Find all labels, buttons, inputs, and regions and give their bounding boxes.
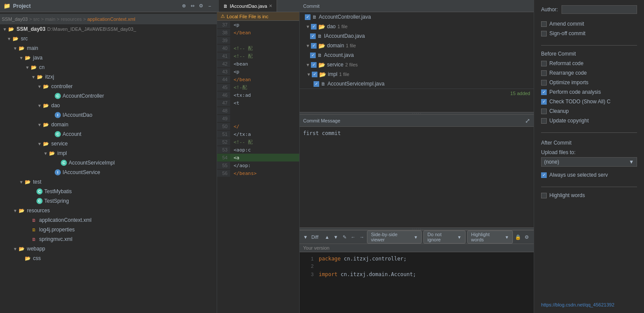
tree-arrow: ▼ (6, 36, 12, 41)
collapse-icon[interactable]: ⇔ (189, 3, 196, 10)
cleanup-row[interactable]: Cleanup (541, 108, 637, 114)
tree-item-log4j[interactable]: ▶ 🗎 log4j.properties (0, 225, 217, 234)
viewer-dropdown[interactable]: Side-by-side viewer ▼ (367, 231, 422, 244)
local-file-icon: ⚠ (221, 13, 225, 19)
tree-item-controller[interactable]: ▼ 📂 controller (0, 82, 217, 91)
tree-item-java[interactable]: ▼ 📂 java (0, 53, 217, 63)
tree-item-resources[interactable]: ▼ 📂 resources (0, 206, 217, 215)
highlight-words-checkbox[interactable] (541, 193, 547, 198)
tree-label-itzxj: itzxj (45, 74, 54, 80)
tree-item-testspring[interactable]: ▶ C TestSpring (0, 196, 217, 206)
signoff-commit-row[interactable]: Sign-off commit (541, 30, 637, 36)
tree-item-css[interactable]: ▶ 📂 css (0, 254, 217, 263)
amend-commit-row[interactable]: Amend commit (541, 21, 637, 27)
rearrange-checkbox[interactable] (541, 70, 547, 76)
tree-item-src[interactable]: ▼ 📂 src (0, 34, 217, 43)
editor-tab-iaccountdao[interactable]: 🗎 IAccountDao.java ✕ (219, 0, 277, 12)
code-content: <p (230, 22, 243, 28)
tree-item-accountserviceimpl[interactable]: ▶ C AccountServiceImpl (0, 158, 217, 168)
rearrange-row[interactable]: Rearrange code (541, 70, 637, 76)
alwaysuse-row[interactable]: ✓ Always use selected serv (541, 172, 637, 178)
tree-item-applicationcontext[interactable]: ▶ 🗎 applicationContext.xml (0, 215, 217, 225)
lock-icon[interactable]: 🔒 (515, 234, 522, 241)
file-checkbox-account[interactable]: ✓ (310, 53, 316, 58)
tree-item-testmybatis[interactable]: ▶ C TestMybatis (0, 187, 217, 196)
diff-next-btn[interactable]: → (358, 234, 365, 241)
tree-item-service[interactable]: ▼ 📂 service (0, 139, 217, 148)
cleanup-checkbox[interactable] (541, 109, 547, 114)
alwaysuse-checkbox[interactable]: ✓ (541, 172, 547, 178)
ignore-arrow: ▼ (457, 235, 462, 240)
blog-link[interactable]: https://blog.csdn.net/qq_45621392 (541, 302, 614, 307)
updatecopyright-checkbox[interactable] (541, 118, 547, 124)
tree-item-springmvc[interactable]: ▶ 🗎 springmvc.xml (0, 234, 217, 244)
codeanalysis-row[interactable]: ✓ Perform code analysis (541, 89, 637, 95)
upload-dropdown[interactable]: (none) ▼ (541, 157, 637, 167)
expand-icon[interactable]: ⤢ (525, 117, 530, 124)
diff-settings-icon[interactable]: ⚙ (523, 234, 530, 241)
tree-item-account[interactable]: ▶ C Account (0, 129, 217, 139)
code-content: </ (230, 124, 243, 129)
tab-close-btn[interactable]: ✕ (269, 3, 272, 8)
diff-collapse-arrow[interactable]: ▼ (303, 234, 308, 240)
diff-up-btn[interactable]: ▲ (324, 234, 330, 241)
commit-file-service[interactable]: ▼ ✓ 📂 service 2 files (300, 60, 534, 69)
signoff-commit-checkbox[interactable] (541, 31, 547, 36)
file-checkbox-iaccountdao[interactable]: ✓ (310, 33, 316, 39)
tree-label-testmybatis: TestMybatis (44, 188, 72, 194)
line-num: 51 (217, 131, 230, 138)
commit-file-domain[interactable]: ▼ ✓ 📂 domain 1 file (300, 41, 534, 50)
diff-edit-btn[interactable]: ✎ (341, 234, 348, 241)
ignore-dropdown[interactable]: Do not ignore ▼ (423, 231, 465, 244)
settings-icon[interactable]: ⚙ (198, 3, 205, 10)
checktodo-row[interactable]: ✓ Check TODO (Show All) C (541, 99, 637, 105)
tree-item-cn[interactable]: ▼ 📂 cn (0, 63, 217, 72)
tree-item-iaccountdao[interactable]: ▶ I IAccountDao (0, 110, 217, 120)
codeanalysis-checkbox[interactable]: ✓ (541, 89, 547, 95)
diff-content[interactable]: 1 package cn.itzxj.controller; 2 3 impor… (300, 252, 534, 313)
code-line-46: 46 <tx:ad (217, 91, 299, 99)
commit-message-input[interactable]: first commit (300, 127, 534, 227)
folder-checkbox-service[interactable]: ✓ (311, 62, 317, 68)
tree-item-test[interactable]: ▼ 📂 test (0, 177, 217, 187)
tree-item-itzxj[interactable]: ▼ 📂 itzxj (0, 72, 217, 82)
tree-item-main[interactable]: ▼ 📂 main (0, 43, 217, 53)
author-input[interactable] (561, 5, 637, 14)
tree-item-accountcontroller[interactable]: ▶ C AccountController (0, 91, 217, 101)
reformat-checkbox[interactable] (541, 61, 547, 66)
code-editor[interactable]: 37 <p 38 </bean 39 40 <!-- 配 41 <!-- 配 4… (217, 21, 299, 313)
tree-item-domain[interactable]: ▼ 📂 domain (0, 120, 217, 129)
diff-down-btn[interactable]: ▼ (332, 234, 339, 241)
folder-icon-dao-c: 📂 (318, 23, 325, 30)
updatecopyright-row[interactable]: Update copyright (541, 118, 637, 124)
highlight-dropdown[interactable]: Highlight words ▼ (467, 231, 513, 244)
diff-prev-btn[interactable]: ← (350, 234, 357, 241)
reformat-row[interactable]: Reformat code (541, 60, 637, 66)
interface-icon-i: I (55, 112, 61, 118)
optimize-checkbox[interactable] (541, 80, 547, 86)
commit-file-accountcontroller[interactable]: ✓ 🗎 AccountController.java (300, 12, 534, 22)
code-line-42: 42 <bean (217, 60, 299, 68)
file-checkbox[interactable]: ✓ (305, 14, 310, 20)
file-checkbox-asi[interactable]: ✓ (314, 81, 319, 87)
commit-file-account[interactable]: ✓ 🗎 Account.java (300, 50, 534, 60)
folder-checkbox-domain[interactable]: ✓ (311, 43, 317, 49)
tree-item-webapp[interactable]: ▼ 📂 webapp (0, 244, 217, 254)
commit-file-accountserviceimpl[interactable]: ✓ 🗎 AccountServiceImpl.java (300, 79, 534, 89)
tree-item-ssm-root[interactable]: ▼ 📂 SSM_day03 D:\Maven_IDEA_JAVAWEB\SSM_… (0, 24, 217, 34)
tree-item-dao[interactable]: ▼ 📂 dao (0, 101, 217, 110)
amend-commit-checkbox[interactable] (541, 21, 547, 27)
left-panel: 📁 Project ⊕ ⇔ ⚙ − SSM_day03 > src > main… (0, 0, 217, 313)
tree-item-impl[interactable]: ▼ 📂 impl (0, 148, 217, 158)
locate-icon[interactable]: ⊕ (180, 3, 187, 10)
highlight-words-row[interactable]: Highlight words (541, 192, 637, 198)
commit-file-iaccountdao[interactable]: ✓ 🗎 IAccountDao.java (300, 31, 534, 41)
commit-file-impl[interactable]: ▼ ✓ 📂 impl 1 file (300, 69, 534, 79)
checktodo-checkbox[interactable]: ✓ (541, 99, 547, 105)
tree-item-iaccountservice[interactable]: ▶ I IAccountService (0, 168, 217, 177)
folder-checkbox-impl[interactable]: ✓ (312, 72, 317, 77)
commit-file-dao[interactable]: ▼ ✓ 📂 dao 1 file (300, 22, 534, 31)
optimize-row[interactable]: Optimize imports (541, 79, 637, 86)
minimize-icon[interactable]: − (206, 3, 213, 10)
folder-checkbox[interactable]: ✓ (311, 24, 317, 30)
